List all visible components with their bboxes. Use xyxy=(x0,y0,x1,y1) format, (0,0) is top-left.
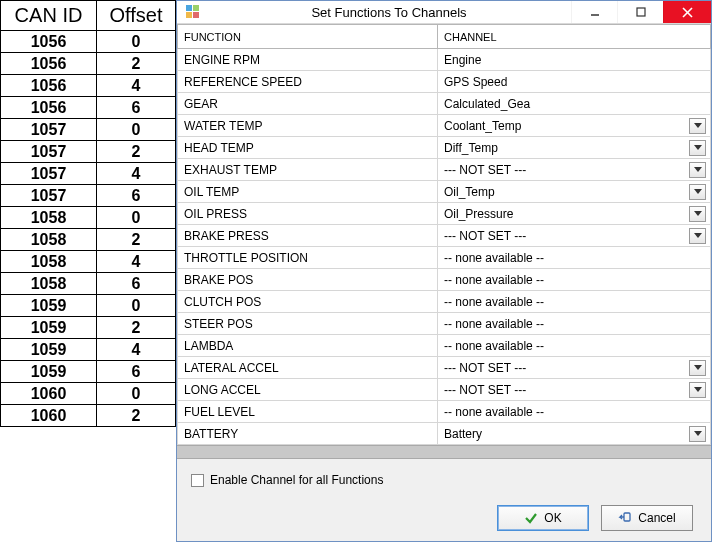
svg-rect-2 xyxy=(186,12,192,18)
channel-dropdown-button[interactable] xyxy=(689,184,706,200)
offset-cell: 2 xyxy=(97,229,176,251)
channel-cell[interactable]: Calculated_Gea xyxy=(438,93,711,115)
function-cell[interactable]: GEAR xyxy=(178,93,438,115)
channel-cell[interactable]: -- none available -- xyxy=(438,401,711,423)
svg-marker-8 xyxy=(694,123,702,128)
function-cell[interactable]: CLUTCH POS xyxy=(178,291,438,313)
cancel-button[interactable]: Cancel xyxy=(601,505,693,531)
col-header-channel[interactable]: CHANNEL xyxy=(438,25,711,49)
function-cell[interactable]: LATERAL ACCEL xyxy=(178,357,438,379)
canid-row: 10582 xyxy=(1,229,176,251)
function-cell[interactable]: BRAKE POS xyxy=(178,269,438,291)
channel-cell[interactable]: --- NOT SET --- xyxy=(438,159,711,181)
function-cell[interactable]: EXHAUST TEMP xyxy=(178,159,438,181)
function-cell[interactable]: THROTTLE POSITION xyxy=(178,247,438,269)
channel-cell[interactable]: -- none available -- xyxy=(438,335,711,357)
channel-cell[interactable]: -- none available -- xyxy=(438,313,711,335)
minimize-button[interactable] xyxy=(571,1,617,23)
canid-row: 10586 xyxy=(1,273,176,295)
channel-cell[interactable]: Engine xyxy=(438,49,711,71)
function-cell[interactable]: WATER TEMP xyxy=(178,115,438,137)
channel-dropdown-button[interactable] xyxy=(689,426,706,442)
channel-cell[interactable]: Coolant_Temp xyxy=(438,115,711,137)
canid-cell: 1059 xyxy=(1,339,97,361)
function-row: LAMBDA-- none available -- xyxy=(178,335,711,357)
svg-rect-5 xyxy=(637,8,645,16)
canid-cell: 1060 xyxy=(1,383,97,405)
svg-marker-16 xyxy=(694,431,702,436)
function-cell[interactable]: FUEL LEVEL xyxy=(178,401,438,423)
channel-value: -- none available -- xyxy=(444,273,544,287)
canid-row: 10576 xyxy=(1,185,176,207)
function-cell[interactable]: OIL TEMP xyxy=(178,181,438,203)
titlebar[interactable]: Set Functions To Channels xyxy=(177,1,711,24)
channel-cell[interactable]: Battery xyxy=(438,423,711,445)
function-cell[interactable]: REFERENCE SPEED xyxy=(178,71,438,93)
canid-row: 10592 xyxy=(1,317,176,339)
channel-dropdown-button[interactable] xyxy=(689,382,706,398)
channel-cell[interactable]: Oil_Temp xyxy=(438,181,711,203)
enable-all-label: Enable Channel for all Functions xyxy=(210,473,383,487)
canid-row: 10574 xyxy=(1,163,176,185)
canid-cell: 1057 xyxy=(1,185,97,207)
channel-dropdown-button[interactable] xyxy=(689,206,706,222)
function-cell[interactable]: ENGINE RPM xyxy=(178,49,438,71)
function-row: LATERAL ACCEL--- NOT SET --- xyxy=(178,357,711,379)
svg-marker-15 xyxy=(694,387,702,392)
canid-row: 10566 xyxy=(1,97,176,119)
offset-cell: 0 xyxy=(97,31,176,53)
channel-cell[interactable]: Diff_Temp xyxy=(438,137,711,159)
canid-cell: 1056 xyxy=(1,97,97,119)
channel-cell[interactable]: -- none available -- xyxy=(438,247,711,269)
channel-dropdown-button[interactable] xyxy=(689,162,706,178)
svg-marker-13 xyxy=(694,233,702,238)
close-button[interactable] xyxy=(663,1,711,23)
channel-value: Coolant_Temp xyxy=(444,119,521,133)
channel-cell[interactable]: Oil_Pressure xyxy=(438,203,711,225)
channel-value: Oil_Temp xyxy=(444,185,495,199)
offset-cell: 6 xyxy=(97,273,176,295)
svg-marker-11 xyxy=(694,189,702,194)
enable-all-checkbox[interactable] xyxy=(191,474,204,487)
canid-cell: 1058 xyxy=(1,207,97,229)
function-cell[interactable]: OIL PRESS xyxy=(178,203,438,225)
canid-row: 10572 xyxy=(1,141,176,163)
function-row: HEAD TEMPDiff_Temp xyxy=(178,137,711,159)
function-cell[interactable]: LAMBDA xyxy=(178,335,438,357)
channel-cell[interactable]: --- NOT SET --- xyxy=(438,357,711,379)
channel-cell[interactable]: --- NOT SET --- xyxy=(438,379,711,401)
enable-all-row[interactable]: Enable Channel for all Functions xyxy=(191,473,701,487)
svg-marker-14 xyxy=(694,365,702,370)
maximize-button[interactable] xyxy=(617,1,663,23)
offset-cell: 4 xyxy=(97,163,176,185)
channel-cell[interactable]: GPS Speed xyxy=(438,71,711,93)
channel-cell[interactable]: -- none available -- xyxy=(438,269,711,291)
channel-cell[interactable]: --- NOT SET --- xyxy=(438,225,711,247)
svg-rect-3 xyxy=(193,12,199,18)
channel-dropdown-button[interactable] xyxy=(689,228,706,244)
function-cell[interactable]: STEER POS xyxy=(178,313,438,335)
table-end-bar xyxy=(177,445,711,459)
canid-row: 10580 xyxy=(1,207,176,229)
function-cell[interactable]: BRAKE PRESS xyxy=(178,225,438,247)
canid-cell: 1059 xyxy=(1,317,97,339)
function-cell[interactable]: LONG ACCEL xyxy=(178,379,438,401)
col-header-function[interactable]: FUNCTION xyxy=(178,25,438,49)
canid-cell: 1059 xyxy=(1,361,97,383)
channel-cell[interactable]: -- none available -- xyxy=(438,291,711,313)
ok-button[interactable]: OK xyxy=(497,505,589,531)
channel-value: -- none available -- xyxy=(444,339,544,353)
channel-dropdown-button[interactable] xyxy=(689,118,706,134)
canid-cell: 1056 xyxy=(1,31,97,53)
canid-cell: 1056 xyxy=(1,75,97,97)
channel-dropdown-button[interactable] xyxy=(689,140,706,156)
channel-value: -- none available -- xyxy=(444,317,544,331)
channel-dropdown-button[interactable] xyxy=(689,360,706,376)
function-cell[interactable]: BATTERY xyxy=(178,423,438,445)
cancel-label: Cancel xyxy=(638,511,675,525)
canid-cell: 1056 xyxy=(1,53,97,75)
function-cell[interactable]: HEAD TEMP xyxy=(178,137,438,159)
canid-row: 10602 xyxy=(1,405,176,427)
function-row: EXHAUST TEMP--- NOT SET --- xyxy=(178,159,711,181)
canid-cell: 1058 xyxy=(1,273,97,295)
